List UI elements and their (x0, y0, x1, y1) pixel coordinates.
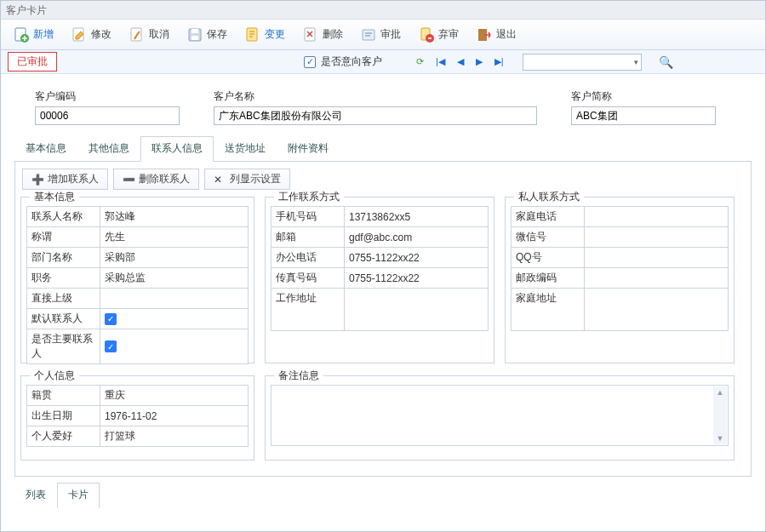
save-icon (186, 26, 203, 43)
basic-key-0: 联系人名称 (27, 207, 100, 227)
search-icon[interactable]: 🔍 (659, 55, 673, 69)
main-tab-0[interactable]: 基本信息 (14, 136, 77, 162)
basic-val-0[interactable]: 郭达峰 (100, 207, 249, 227)
basic-val-5[interactable]: ✓ (100, 309, 249, 329)
save-button[interactable]: 保存 (180, 23, 234, 47)
column-settings-button[interactable]: ✕列显示设置 (204, 169, 290, 190)
svg-rect-5 (192, 29, 198, 33)
main-tab-3[interactable]: 送货地址 (214, 136, 277, 162)
customer-short-input[interactable] (571, 106, 716, 125)
personal-val-2[interactable]: 打篮球 (100, 426, 249, 447)
contact-panel: ➕增加联系人 ➖删除联系人 ✕列显示设置 基本信息 联系人名称郭达峰称谓先生部门… (14, 162, 752, 477)
private-key-4: 家庭地址 (512, 289, 585, 331)
memo-textarea[interactable]: ▲▼ (271, 385, 729, 446)
add-contact-label: 增加联系人 (48, 172, 99, 186)
delete-contact-icon: ➖ (123, 174, 134, 186)
basic-check-5[interactable]: ✓ (105, 313, 117, 325)
main-tabs: 基本信息其他信息联系人信息送货地址附件资料 (14, 135, 752, 162)
group-private-title: 私人联系方式 (514, 190, 584, 204)
discard-button[interactable]: 弃审 (411, 23, 466, 47)
scroll-up-icon[interactable]: ▲ (717, 388, 724, 397)
cancel-button[interactable]: 取消 (122, 23, 176, 47)
bottom-tabs: 列表卡片 (14, 482, 752, 507)
private-key-1: 微信号 (512, 227, 585, 248)
private-val-4[interactable] (585, 289, 729, 331)
delete-button[interactable]: 删除 (295, 23, 350, 47)
first-record-icon[interactable]: |◀ (436, 56, 445, 67)
new-button[interactable]: 新增 (6, 23, 60, 47)
basic-key-1: 称谓 (27, 227, 100, 248)
delete-contact-label: 删除联系人 (139, 172, 190, 186)
cancel-label: 取消 (149, 27, 169, 42)
approve-icon (360, 26, 377, 43)
edit-button[interactable]: 修改 (64, 23, 118, 47)
group-work-contact: 工作联系方式 手机号码13713862xx5邮箱gdf@abc.com办公电话0… (265, 197, 494, 363)
delete-contact-button[interactable]: ➖删除联系人 (113, 169, 199, 190)
intent-customer-checkbox[interactable] (304, 56, 316, 68)
last-record-icon[interactable]: ▶| (494, 56, 504, 67)
new-icon (13, 26, 30, 43)
group-personal-info: 个人信息 籍贯重庆出生日期1976-11-02个人爱好打篮球 (20, 375, 254, 460)
cancel-icon (129, 26, 146, 43)
refresh-icon[interactable]: ⟳ (416, 56, 424, 67)
add-contact-button[interactable]: ➕增加联系人 (22, 169, 108, 190)
basic-val-2[interactable]: 采购部 (100, 248, 249, 268)
private-val-3[interactable] (585, 268, 729, 289)
personal-val-1[interactable]: 1976-11-02 (100, 406, 249, 426)
title-bar: 客户卡片 (1, 1, 765, 20)
edit-icon (71, 26, 88, 43)
personal-key-0: 籍贯 (27, 386, 100, 406)
private-key-2: QQ号 (512, 248, 585, 268)
prev-record-icon[interactable]: ◀ (457, 56, 464, 67)
basic-key-6: 是否主要联系人 (27, 329, 100, 364)
customer-name-label: 客户名称 (214, 89, 537, 104)
exit-button[interactable]: 退出 (469, 23, 523, 47)
group-work-title: 工作联系方式 (274, 190, 344, 204)
group-basic-info: 基本信息 联系人名称郭达峰称谓先生部门名称采购部职务采购总监直接上级默认联系人✓… (20, 197, 254, 363)
scrollbar[interactable]: ▲▼ (713, 386, 727, 444)
search-input[interactable]: ▾ (523, 54, 642, 71)
next-record-icon[interactable]: ▶ (476, 56, 483, 67)
work-key-2: 办公电话 (272, 248, 345, 268)
personal-val-0[interactable]: 重庆 (100, 386, 249, 406)
customer-name-input[interactable] (214, 106, 537, 125)
basic-val-6[interactable]: ✓ (100, 329, 249, 364)
group-memo: 备注信息 ▲▼ (265, 375, 735, 460)
delete-icon (302, 26, 319, 43)
private-val-0[interactable] (585, 207, 729, 227)
main-toolbar: 新增 修改 取消 保存 变更 删除 审批 弃审 (1, 20, 765, 50)
change-button[interactable]: 变更 (237, 23, 292, 47)
bottom-tab-1[interactable]: 卡片 (57, 483, 100, 508)
scroll-down-icon[interactable]: ▼ (717, 434, 724, 443)
work-val-0[interactable]: 13713862xx5 (345, 207, 489, 227)
private-key-0: 家庭电话 (512, 207, 585, 227)
work-val-1[interactable]: gdf@abc.com (345, 227, 489, 248)
change-icon (244, 26, 261, 43)
save-label: 保存 (207, 27, 227, 42)
work-val-2[interactable]: 0755-1122xx22 (345, 248, 489, 268)
column-settings-label: 列显示设置 (230, 172, 281, 186)
basic-val-1[interactable]: 先生 (100, 227, 249, 248)
basic-val-4[interactable] (100, 289, 249, 309)
contact-toolbar: ➕增加联系人 ➖删除联系人 ✕列显示设置 (20, 167, 746, 197)
basic-check-6[interactable]: ✓ (105, 340, 117, 352)
private-val-2[interactable] (585, 248, 729, 268)
approve-button[interactable]: 审批 (353, 23, 408, 47)
basic-val-3[interactable]: 采购总监 (100, 268, 249, 289)
discard-icon (418, 26, 435, 43)
main-tab-2[interactable]: 联系人信息 (140, 136, 214, 162)
exit-label: 退出 (496, 27, 517, 42)
work-val-3[interactable]: 0755-1122xx22 (345, 268, 489, 289)
customer-code-input[interactable] (35, 106, 180, 125)
group-memo-title: 备注信息 (274, 369, 323, 383)
main-tab-4[interactable]: 附件资料 (277, 136, 340, 162)
work-key-4: 工作地址 (272, 289, 345, 331)
bottom-tab-0[interactable]: 列表 (14, 483, 57, 508)
basic-key-5: 默认联系人 (27, 309, 100, 329)
main-tab-1[interactable]: 其他信息 (77, 136, 140, 162)
customer-code-label: 客户编码 (35, 89, 180, 104)
private-val-1[interactable] (585, 227, 729, 248)
svg-rect-6 (192, 36, 198, 40)
header-form: 客户编码 客户名称 客户简称 (1, 74, 765, 132)
work-val-4[interactable] (345, 289, 489, 331)
